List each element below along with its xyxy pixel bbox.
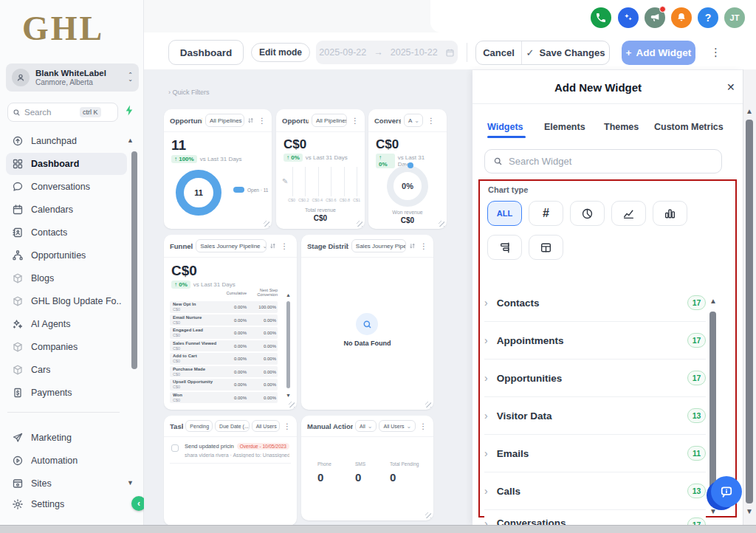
tab-custom-metrics[interactable]: Custom Metrics bbox=[654, 122, 724, 132]
dashboard-button[interactable]: Dashboard bbox=[168, 40, 244, 65]
avatar[interactable]: JT bbox=[724, 7, 745, 28]
quick-actions-zap[interactable] bbox=[123, 104, 136, 120]
category-appointments[interactable]: › Appointments 17 bbox=[484, 322, 706, 359]
widget-menu[interactable]: ⋮ bbox=[419, 422, 427, 430]
pipeline-select[interactable]: All Pipelines⌄ bbox=[205, 114, 244, 127]
task-checkbox[interactable] bbox=[171, 444, 179, 452]
window-scroll-down[interactable]: ▼ bbox=[746, 508, 753, 515]
resize-handle[interactable] bbox=[425, 402, 431, 408]
pipeline-select[interactable]: Sales Journey Pipeline⌄ bbox=[351, 239, 406, 252]
sidebar-item-opportunities[interactable]: Opportunities bbox=[6, 244, 127, 266]
sidebar-scrollbar-thumb[interactable] bbox=[131, 151, 137, 369]
pipeline-select[interactable]: Sales Journey Pipeline⌄ bbox=[196, 239, 267, 252]
category-calls[interactable]: › Calls 13 bbox=[484, 472, 706, 509]
sidebar-item-marketing[interactable]: Marketing bbox=[6, 427, 127, 449]
horizontal-scrollbar[interactable] bbox=[0, 525, 756, 533]
sidebar-item-companies[interactable]: Companies bbox=[6, 336, 127, 358]
sidebar-item-calendars[interactable]: Calendars bbox=[6, 199, 127, 221]
category-visitor-data[interactable]: › Visitor Data 13 bbox=[484, 397, 706, 434]
resize-handle[interactable] bbox=[289, 402, 295, 408]
chart-type-all[interactable]: ALL bbox=[487, 201, 522, 226]
sidebar-scroll-up[interactable]: ▲ bbox=[127, 137, 134, 144]
tasks-status-filter[interactable]: Pending⌄ bbox=[185, 420, 213, 432]
resize-handle[interactable] bbox=[357, 221, 362, 227]
resize-handle[interactable] bbox=[264, 221, 269, 227]
announcements-icon[interactable] bbox=[645, 7, 665, 28]
pipeline-select[interactable]: All Pipelines⌄ bbox=[312, 114, 347, 127]
cancel-button[interactable]: Cancel bbox=[476, 41, 522, 64]
quick-filters[interactable]: › Quick Filters bbox=[168, 89, 210, 96]
chart-type-table[interactable] bbox=[529, 235, 563, 260]
category-divider bbox=[484, 509, 706, 510]
widget-search[interactable] bbox=[484, 149, 722, 173]
sort-icon[interactable] bbox=[247, 117, 254, 124]
sidebar-item-sites[interactable]: Sites bbox=[6, 472, 127, 495]
notifications-bell-icon[interactable] bbox=[671, 7, 692, 28]
sidebar-search-input[interactable] bbox=[24, 108, 76, 117]
tasks-user-filter[interactable]: All Users⌄ bbox=[252, 420, 280, 432]
person-icon bbox=[16, 72, 26, 83]
sort-icon[interactable] bbox=[409, 243, 416, 250]
chart-type-number[interactable]: # bbox=[529, 201, 563, 226]
sidebar-item-cars[interactable]: Cars bbox=[6, 359, 127, 381]
manual-user-filter[interactable]: All Users⌄ bbox=[379, 420, 416, 432]
account-switcher[interactable]: Blank WhiteLabel Canmore, Alberta ⌃ ⌄ bbox=[6, 63, 139, 92]
panel-close-button[interactable]: ✕ bbox=[726, 81, 735, 93]
chart-type-bar[interactable] bbox=[487, 235, 522, 260]
sidebar-item-payments[interactable]: Payments bbox=[6, 382, 127, 404]
sidebar-item-conversations[interactable]: Conversations bbox=[6, 176, 127, 198]
widget-menu[interactable]: ⋮ bbox=[351, 117, 359, 125]
tab-widgets[interactable]: Widgets bbox=[487, 122, 523, 132]
tab-elements[interactable]: Elements bbox=[544, 122, 585, 132]
chart-type-line[interactable] bbox=[611, 201, 646, 226]
widget-menu[interactable]: ⋮ bbox=[284, 422, 291, 430]
widget-menu[interactable]: ⋮ bbox=[281, 242, 288, 250]
edit-mode-badge[interactable]: Edit mode bbox=[251, 43, 310, 62]
funnel-scrollbar-thumb[interactable] bbox=[286, 301, 290, 388]
funnel-scroll-down[interactable]: ▼ bbox=[286, 393, 291, 398]
add-widget-button[interactable]: + Add Widget bbox=[622, 41, 695, 65]
panel-scroll-up[interactable]: ▲ bbox=[709, 298, 717, 305]
pipeline-select[interactable]: A⌄ bbox=[404, 114, 423, 127]
tasks-duedate-filter[interactable]: Due Date (...⌄ bbox=[215, 420, 250, 432]
sidebar-scroll-down[interactable]: ▼ bbox=[127, 480, 134, 486]
sidebar-search[interactable]: ctrl K bbox=[7, 103, 118, 122]
send-icon bbox=[12, 432, 24, 444]
category-conversations-partial[interactable]: › Conversations 17 bbox=[484, 513, 706, 526]
save-changes-button[interactable]: ✓ Save Changes bbox=[522, 41, 609, 64]
sidebar-item-blogs[interactable]: Blogs bbox=[6, 267, 127, 289]
sidebar-item-contacts[interactable]: Contacts bbox=[6, 221, 127, 244]
widget-menu[interactable]: ⋮ bbox=[258, 117, 266, 125]
sidebar-item-automation[interactable]: Automation bbox=[6, 450, 127, 472]
window-scroll-up[interactable]: ▲ bbox=[746, 108, 753, 115]
toolbar-more-menu[interactable]: ⋮ bbox=[710, 46, 721, 59]
sidebar-item-settings[interactable]: Settings bbox=[6, 493, 127, 515]
sidebar-item-dashboard[interactable]: Dashboard bbox=[6, 153, 127, 175]
task-row[interactable]: Send updated pricing to all Q... Overdue… bbox=[185, 443, 289, 458]
sort-icon[interactable] bbox=[269, 243, 276, 250]
date-range-picker[interactable]: 2025-09-22 → 2025-10-22 bbox=[316, 41, 458, 64]
sidebar-item-ai-agents[interactable]: AI Agents bbox=[6, 313, 127, 335]
window-scrollbar-thumb[interactable] bbox=[746, 120, 753, 503]
category-emails[interactable]: › Emails 11 bbox=[484, 435, 706, 472]
phone-icon[interactable] bbox=[591, 7, 611, 28]
chart-type-column[interactable] bbox=[653, 201, 687, 226]
kebab-icon: ⋮ bbox=[351, 117, 359, 125]
help-icon[interactable]: ? bbox=[698, 7, 718, 28]
plus-icon: + bbox=[626, 47, 632, 58]
sparkles-icon[interactable] bbox=[618, 7, 639, 28]
tab-themes[interactable]: Themes bbox=[604, 122, 639, 132]
resize-handle[interactable] bbox=[425, 512, 431, 518]
manual-type-filter[interactable]: All⌄ bbox=[355, 420, 377, 432]
category-opportunities[interactable]: › Opportunities 17 bbox=[484, 360, 706, 396]
widget-menu[interactable]: ⋮ bbox=[420, 242, 427, 250]
support-chat-button[interactable] bbox=[707, 475, 742, 510]
widget-menu[interactable]: ⋮ bbox=[427, 117, 435, 125]
sidebar-item-ghl-blog-update[interactable]: GHL Blog Update Fo... bbox=[6, 290, 127, 312]
resize-handle[interactable] bbox=[439, 221, 444, 227]
widget-search-input[interactable] bbox=[509, 156, 713, 167]
funnel-scroll-up[interactable]: ▲ bbox=[286, 292, 291, 298]
sidebar-item-launchpad[interactable]: Launchpad bbox=[6, 130, 127, 152]
category-contacts[interactable]: › Contacts 17 bbox=[484, 284, 706, 321]
chart-type-pie[interactable] bbox=[570, 201, 605, 226]
